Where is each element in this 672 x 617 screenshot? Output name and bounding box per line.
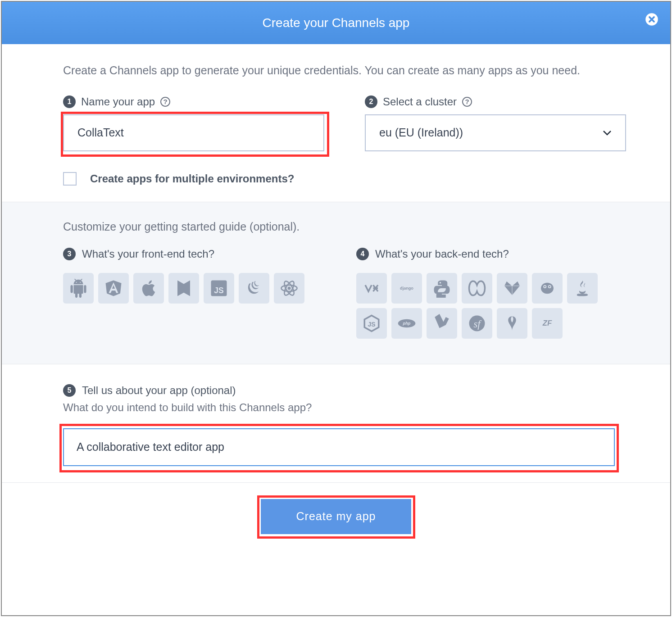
multi-env-label: Create apps for multiple environments? [90,172,294,185]
tech-backbone[interactable] [168,273,199,304]
backbone-icon [174,279,193,298]
tech-jquery[interactable] [239,273,269,304]
help-icon[interactable]: ? [160,97,170,107]
jquery-icon [245,279,263,298]
modal-title: Create your Channels app [263,16,410,30]
clojure-icon [468,279,486,298]
go-icon [538,279,557,298]
tech-laravel[interactable] [427,308,457,339]
tech-django[interactable]: django [391,273,422,304]
svg-text:ZF: ZF [542,319,552,327]
svg-text:JS: JS [214,286,223,295]
step-badge-5: 5 [63,384,76,397]
svg-point-3 [288,286,291,290]
tech-js[interactable]: JS [204,273,234,304]
dotnet-icon [362,279,381,298]
name-label: Name your app [81,95,155,108]
about-input[interactable] [63,428,615,466]
python-icon [432,279,451,298]
laravel-icon [432,314,451,333]
modal-header: Create your Channels app [2,2,670,44]
zend-icon: ZF [538,314,557,333]
cluster-select[interactable]: eu (EU (Ireland)) [365,114,626,151]
ruby-icon [503,279,522,298]
about-section: 5 Tell us about your app (optional) What… [2,364,670,482]
svg-point-11 [544,286,546,287]
symfony-icon: sf [468,314,486,333]
tech-react[interactable] [274,273,304,304]
app-name-input[interactable] [63,114,324,151]
tech-dotnet[interactable] [356,273,387,304]
svg-point-12 [549,286,551,287]
step-badge-4: 4 [356,248,369,260]
apple-icon [139,279,158,298]
tech-nodejs[interactable]: JS [356,308,387,339]
backend-label: What's your back-end tech? [375,248,509,260]
tech-android[interactable] [63,273,94,304]
java-icon [573,279,592,298]
angular-icon [104,279,123,298]
about-label: Tell us about your app (optional) [82,384,236,397]
close-button[interactable] [645,13,658,26]
tech-apple[interactable] [133,273,164,304]
svg-text:sf: sf [473,318,481,329]
yii-icon [503,314,522,333]
react-icon [280,279,299,298]
tech-go[interactable] [532,273,563,304]
cluster-value: eu (EU (Ireland)) [379,126,463,139]
create-app-button[interactable]: Create my app [261,499,411,534]
tech-section: Customize your getting started guide (op… [2,202,670,364]
step-badge-3: 3 [63,248,76,260]
help-icon[interactable]: ? [462,97,472,107]
name-section: Create a Channels app to generate your u… [2,44,670,202]
svg-text:JS: JS [368,321,375,328]
step-badge-1: 1 [63,95,76,108]
android-icon [69,279,88,298]
tech-zend[interactable]: ZF [532,308,563,339]
js-icon: JS [209,279,228,298]
frontend-grid: JS [63,273,316,304]
tech-intro: Customize your getting started guide (op… [63,220,609,233]
tech-php[interactable]: php [391,308,422,339]
nodejs-icon: JS [362,314,381,333]
step-badge-2: 2 [365,95,377,108]
tech-python[interactable] [427,273,457,304]
tech-ruby[interactable] [497,273,527,304]
svg-text:django: django [400,286,413,290]
tech-clojure[interactable] [462,273,492,304]
close-icon [645,13,658,26]
tech-yii[interactable] [497,308,527,339]
cluster-label: Select a cluster [383,95,457,108]
modal-footer: Create my app [2,482,670,550]
php-icon: php [397,314,416,333]
tech-java[interactable] [567,273,598,304]
tech-angular[interactable] [98,273,129,304]
create-app-modal: Create your Channels app Create a Channe… [1,1,671,616]
tech-symfony[interactable]: sf [462,308,492,339]
svg-point-8 [541,282,554,294]
frontend-label: What's your front-end tech? [82,248,214,260]
chevron-down-icon [603,127,612,138]
about-sublabel: What do you intend to build with this Ch… [63,401,609,414]
intro-text: Create a Channels app to generate your u… [63,62,609,79]
backend-grid: django JS php sf ZF [356,273,609,339]
django-icon: django [397,279,416,298]
multi-env-checkbox[interactable] [63,172,77,186]
svg-text:php: php [403,321,411,326]
